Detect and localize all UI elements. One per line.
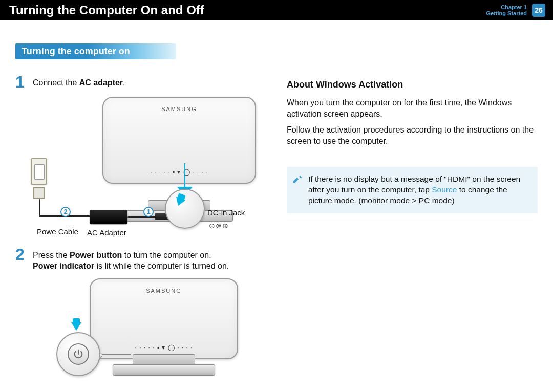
step-text: Press the Power button to turn the compu… <box>33 247 229 272</box>
chapter-line2: Getting Started <box>486 10 527 16</box>
cable-segment <box>39 199 40 216</box>
page-number-badge: 26 <box>532 4 545 17</box>
callout-badge-1: 1 <box>143 207 154 217</box>
page-title: Turning the Computer On and Off <box>9 3 204 17</box>
speaker-dots: · · · · · ▪ ▾ ◯ · · · · <box>135 344 193 351</box>
brand-label: SAMSUNG <box>146 288 182 294</box>
note-box: If there is no display but a message of … <box>287 167 538 213</box>
paragraph: When you turn the computer on for the fi… <box>287 97 538 119</box>
computer-illustration: SAMSUNG · · · · · ▪ ▾ ◯ · · · · <box>90 278 238 359</box>
callout-badge-2: 2 <box>60 207 71 217</box>
step-2: 2 Press the Power button to turn the com… <box>15 247 271 272</box>
ac-adapter-illustration <box>90 210 127 224</box>
step-text: Connect the AC adapter. <box>33 75 125 90</box>
subsection-heading: About Windows Activation <box>287 79 538 90</box>
plug-illustration <box>33 187 45 199</box>
text-bold: Power button <box>70 251 122 259</box>
right-column: About Windows Activation When you turn t… <box>287 43 538 388</box>
text: is lit while the computer is turned on. <box>94 262 229 270</box>
callout-magnifier <box>165 189 205 229</box>
figure-power-button: SAMSUNG · · · · · ▪ ▾ ◯ · · · · <box>46 278 266 381</box>
speaker-dots: · · · · · ▪ ▾ ◯ · · · · <box>151 168 208 176</box>
figure-ac-adapter: SAMSUNG · · · · · ▪ ▾ ◯ · · · · 1 2 Powe… <box>36 97 271 240</box>
power-icon <box>68 343 89 365</box>
label-power-cable: Powe Cable <box>37 227 78 236</box>
brand-label: SAMSUNG <box>161 106 197 112</box>
section-heading: Turning the computer on <box>15 43 176 59</box>
text: Press the <box>33 251 70 259</box>
source-keyword: Source <box>432 185 457 194</box>
text: . <box>123 78 125 87</box>
header-meta: Chapter 1 Getting Started 26 <box>486 4 545 17</box>
text-bold: Power indicator <box>33 262 94 270</box>
dc-polarity-symbol: ⊝⋐⊕ <box>209 222 229 230</box>
label-dc-jack: DC-in Jack <box>207 208 245 217</box>
step-1: 1 Connect the AC adapter. <box>15 75 271 90</box>
text: Connect the <box>33 78 79 87</box>
computer-illustration: SAMSUNG · · · · · ▪ ▾ ◯ · · · · <box>102 97 256 184</box>
callout-lead-line <box>184 163 185 190</box>
wall-outlet-illustration <box>31 158 47 185</box>
step-number: 1 <box>15 75 27 90</box>
cable-segment <box>127 216 156 218</box>
text-bold: AC adapter <box>79 78 123 87</box>
computer-stand <box>113 364 215 376</box>
left-column: Turning the computer on 1 Connect the AC… <box>15 43 271 388</box>
chapter-line1: Chapter 1 <box>486 4 527 10</box>
text: to turn the computer on. <box>122 251 211 259</box>
note-icon <box>292 174 302 187</box>
chapter-label: Chapter 1 Getting Started <box>486 4 527 16</box>
callout-magnifier <box>56 332 100 376</box>
callout-lead-line <box>100 354 131 355</box>
label-ac-adapter: AC Adapter <box>87 228 126 237</box>
step-number: 2 <box>15 247 27 272</box>
header-bar: Turning the Computer On and Off Chapter … <box>0 0 553 20</box>
paragraph: Follow the activation procedures accordi… <box>287 124 538 146</box>
arrow-icon <box>71 318 81 331</box>
content-area: Turning the computer on 1 Connect the AC… <box>0 20 553 388</box>
